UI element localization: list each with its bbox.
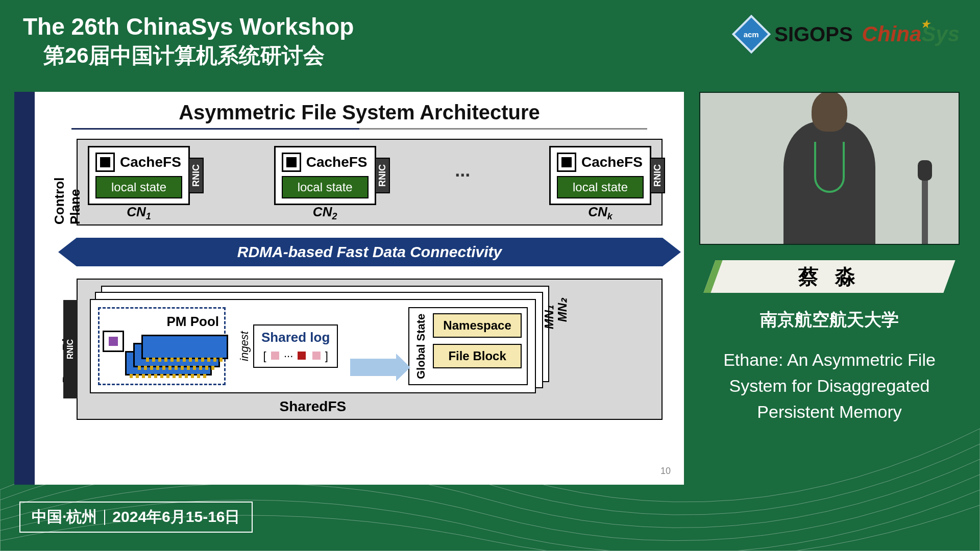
- cn-label-1: CN1: [127, 204, 151, 222]
- compute-node-k: CacheFS local state RNIC CNk: [549, 146, 651, 205]
- dimm-stack-icon: [105, 333, 219, 379]
- presentation-slide: Asymmetric File System Architecture Cont…: [14, 92, 684, 485]
- slide-title: Asymmetric File System Architecture: [56, 101, 663, 124]
- local-state-box: local state: [282, 176, 369, 198]
- speaker-panel: 蔡 淼 南京航空航天大学 Ethane: An Asymmetric File …: [699, 92, 960, 485]
- cachefs-label: CacheFS: [120, 154, 181, 170]
- microphone-icon: [922, 172, 928, 244]
- footer-location-date: 中国·杭州 2024年6月15-16日: [19, 502, 253, 533]
- mn2-label: MN₂: [555, 298, 570, 322]
- log-entries-icon: [ ··· ]: [261, 349, 330, 363]
- footer-location: 中国·杭州: [32, 507, 97, 528]
- speaker-video: [699, 92, 960, 245]
- control-plane: Control Plane CacheFS local state RNIC C…: [77, 139, 663, 226]
- rnic-label: RNIC: [63, 300, 78, 398]
- memory-node-stack: MN₁ MN₂ PM Pool ingest Shared log: [90, 299, 536, 393]
- cpu-icon: [282, 153, 301, 172]
- shared-log-box: Shared log [ ··· ]: [253, 324, 338, 368]
- rnic-label: RNIC: [188, 158, 204, 193]
- shared-log-label: Shared log: [261, 330, 330, 345]
- sigops-logo: SIGOPS: [774, 23, 852, 46]
- sharedfs-label: SharedFS: [280, 398, 347, 415]
- global-state-label: Global State: [414, 313, 428, 379]
- rnic-label: RNIC: [375, 158, 390, 193]
- event-title-zh: 第26届中国计算机系统研讨会: [43, 41, 354, 70]
- ellipsis: ···: [455, 165, 470, 186]
- ingest-label: ingest: [238, 331, 251, 361]
- compute-node-1: CacheFS local state RNIC CN1: [88, 146, 190, 205]
- chip-icon: [103, 331, 124, 352]
- logo-row: acm SIGOPS ★ ChinaSys: [738, 20, 960, 48]
- footer-date: 2024年6月15-16日: [112, 507, 240, 528]
- pm-pool-label: PM Pool: [105, 314, 219, 330]
- speaker-name: 蔡 淼: [798, 263, 860, 291]
- speaker-affiliation: 南京航空航天大学: [699, 308, 960, 332]
- chinasys-logo: ★ ChinaSys: [862, 22, 960, 46]
- event-title-en: The 26th ChinaSys Workshop: [23, 13, 354, 40]
- cn-label-2: CN2: [313, 204, 337, 222]
- speaker-name-banner: 蔡 淼: [699, 260, 960, 293]
- local-state-box: local state: [557, 176, 644, 198]
- ingest-arrow-icon: [350, 359, 396, 376]
- data-plane: Data Plane RNIC MN₁ MN₂ PM Pool ingest: [77, 279, 663, 420]
- cn-label-k: CNk: [588, 204, 612, 222]
- mn1-label: MN₁: [542, 305, 556, 329]
- ingest-column: ingest Shared log [ ··· ]: [238, 307, 338, 385]
- slide-divider: [71, 128, 647, 130]
- cachefs-label: CacheFS: [581, 154, 643, 170]
- rdma-label: RDMA-based Fast Data Connectivity: [237, 243, 502, 261]
- rdma-arrow: RDMA-based Fast Data Connectivity: [77, 238, 663, 266]
- file-block-box: File Block: [433, 344, 521, 368]
- cpu-icon: [557, 153, 576, 172]
- acm-logo-icon: acm: [732, 15, 771, 54]
- cachefs-label: CacheFS: [306, 154, 368, 170]
- compute-node-2: CacheFS local state RNIC CN2: [274, 146, 376, 205]
- speaker-silhouette-icon: [783, 121, 875, 244]
- rnic-label: RNIC: [650, 158, 665, 193]
- control-plane-label: Control Plane: [57, 140, 78, 224]
- talk-title: Ethane: An Asymmetric File System for Di…: [699, 347, 960, 425]
- local-state-box: local state: [95, 176, 182, 198]
- cpu-icon: [95, 153, 115, 172]
- slide-page-number: 10: [660, 466, 671, 477]
- event-header: The 26th ChinaSys Workshop 第26届中国计算机系统研讨…: [23, 13, 354, 70]
- pm-pool: PM Pool: [98, 307, 226, 385]
- global-state-box: Global State Namespace File Block: [408, 307, 527, 385]
- namespace-box: Namespace: [433, 313, 521, 338]
